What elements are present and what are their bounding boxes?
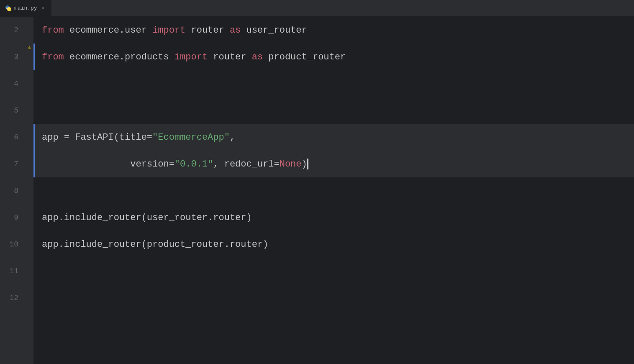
code-line-2: from ecommerce.user import router as use… (33, 17, 634, 44)
text-cursor (307, 159, 308, 169)
line-num-5: 5 (0, 97, 18, 124)
identifier-app-6: app (42, 132, 59, 143)
equals-6: = (64, 132, 69, 143)
param-redoc-url: redoc_url (224, 159, 274, 169)
line-num-8: 8 (0, 177, 18, 204)
code-line-11 (33, 258, 634, 285)
code-line-3: from ecommerce.products import router as… (33, 44, 634, 70)
comma-7: , (213, 159, 218, 169)
keyword-import-2: import (152, 25, 185, 36)
breakpoint-line3: ⚠ (26, 44, 33, 50)
paren-close-10: ) (263, 239, 268, 250)
param-version: version (130, 159, 169, 169)
vertical-marker-line7 (33, 151, 35, 177)
equals-redoc: = (274, 159, 280, 169)
line-numbers: 2 3 4 5 6 7 8 9 10 11 12 (0, 17, 25, 364)
param-product-router-router: product_router.router (147, 239, 263, 250)
identifier-fastapi: FastAPI (75, 132, 113, 143)
string-ecommerceapp: "EcommerceApp" (152, 132, 230, 143)
keyword-as-3: as (252, 52, 263, 62)
param-title: title (119, 132, 147, 143)
line-num-7: 7 (0, 151, 18, 177)
identifier-app-include-10: app.include_router (42, 239, 141, 250)
keyword-from-3: from (42, 52, 64, 62)
string-version: "0.0.1" (175, 159, 213, 169)
code-line-6: app = FastAPI(title="EcommerceApp", (33, 124, 634, 151)
line-num-2: 2 (0, 17, 18, 44)
line-num-6: 6 (0, 124, 18, 151)
paren-close-9: ) (246, 213, 252, 223)
paren-close-7: ) (302, 159, 307, 169)
identifier-router-3: router (213, 52, 246, 62)
module-ecommerce-user: ecommerce.user (69, 25, 147, 36)
tab-bar: py main.py × (0, 0, 634, 17)
equals-version: = (169, 159, 175, 169)
tab-main-py[interactable]: py main.py × (0, 0, 52, 16)
line-num-4: 4 (0, 70, 18, 97)
code-editor[interactable]: from ecommerce.user import router as use… (33, 17, 634, 364)
comma-6: , (230, 132, 235, 143)
gutter: ⚠ (25, 17, 33, 364)
code-line-5 (33, 97, 634, 124)
identifier-router-2: router (191, 25, 224, 36)
module-ecommerce-products: ecommerce.products (69, 52, 169, 62)
tab-close-button[interactable]: × (40, 5, 46, 12)
identifier-app-include-9: app.include_router (42, 213, 141, 223)
keyword-from-2: from (42, 25, 64, 36)
code-line-10: app.include_router(product_router.router… (33, 231, 634, 258)
svg-text:py: py (6, 7, 9, 9)
line-num-3: 3 (0, 44, 18, 70)
code-line-7: version="0.0.1", redoc_url=None) (33, 151, 634, 177)
keyword-none: None (280, 159, 302, 169)
vertical-marker-line3 (33, 44, 35, 70)
paren-open-10: ( (141, 239, 147, 250)
identifier-user-router: user_router (246, 25, 307, 36)
editor-container: 2 3 4 5 6 7 8 9 10 11 12 ⚠ from ecommerc… (0, 17, 634, 364)
line-num-12: 12 (0, 285, 18, 311)
line-num-9: 9 (0, 204, 18, 231)
code-line-9: app.include_router(user_router.router) (33, 204, 634, 231)
code-line-12 (33, 285, 634, 311)
vertical-marker-line6 (33, 124, 35, 151)
keyword-import-3: import (175, 52, 208, 62)
line-num-10: 10 (0, 231, 18, 258)
paren-open-9: ( (141, 213, 147, 223)
code-line-4 (33, 70, 634, 97)
tab-filename: main.py (14, 5, 37, 11)
equals-title: = (147, 132, 152, 143)
line-num-11: 11 (0, 258, 18, 285)
code-line-8 (33, 177, 634, 204)
param-user-router-router: user_router.router (147, 213, 246, 223)
identifier-product-router: product_router (268, 52, 346, 62)
paren-open-6: ( (114, 132, 119, 143)
python-icon: py (5, 5, 12, 12)
keyword-as-2: as (230, 25, 241, 36)
